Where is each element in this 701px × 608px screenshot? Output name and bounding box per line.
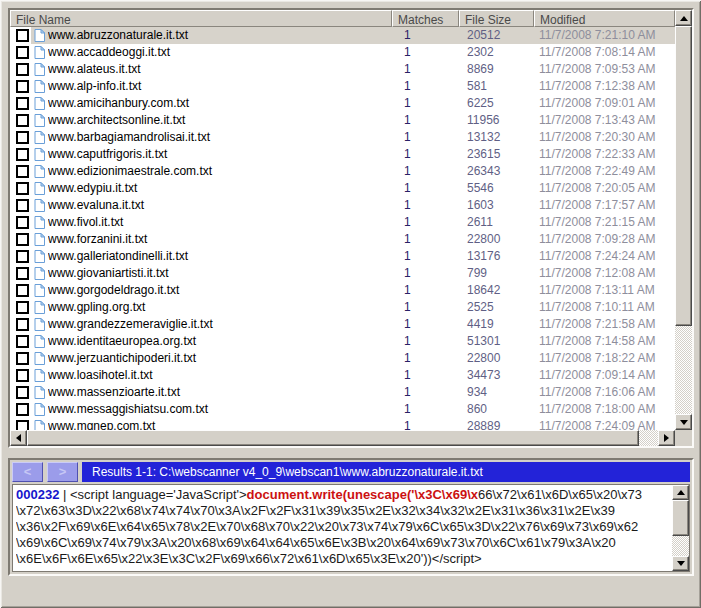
file-name: www.edizionimaestrale.com.txt <box>48 163 392 180</box>
horizontal-scroll-track[interactable] <box>639 430 658 446</box>
row-checkbox[interactable] <box>16 403 29 416</box>
file-size: 23615 <box>459 146 534 163</box>
row-checkbox[interactable] <box>16 267 29 280</box>
table-row[interactable]: www.barbagiamandrolisai.it.txt 1 13132 1… <box>10 129 675 146</box>
table-row[interactable]: www.amicihanbury.com.txt 1 6225 11/7/200… <box>10 95 675 112</box>
row-checkbox[interactable] <box>16 420 29 430</box>
row-checkbox[interactable] <box>16 233 29 246</box>
previous-result-button[interactable]: < <box>12 462 43 482</box>
match-count: 1 <box>392 61 459 78</box>
column-header-modified[interactable]: Modified <box>534 10 675 27</box>
table-row[interactable]: www.galleriatondinelli.it.txt 1 13176 11… <box>10 248 675 265</box>
hex-vertical-scrollbar[interactable] <box>672 485 689 571</box>
document-icon <box>31 384 48 401</box>
row-checkbox[interactable] <box>16 29 29 42</box>
scroll-down-button[interactable] <box>675 414 692 430</box>
table-row[interactable]: www.abruzzonaturale.it.txt 1 20512 11/7/… <box>10 27 675 44</box>
hex-scroll-thumb[interactable] <box>672 500 689 536</box>
file-size: 2302 <box>459 44 534 61</box>
match-count: 1 <box>392 95 459 112</box>
row-checkbox[interactable] <box>16 369 29 382</box>
hex-content: 000232 | <script language='JavaScript'>d… <box>13 485 672 571</box>
table-row[interactable]: www.architectsonline.it.txt 1 11956 11/7… <box>10 112 675 129</box>
hex-scroll-track[interactable] <box>672 536 689 556</box>
table-row[interactable]: www.alp-info.it.txt 1 581 11/7/2008 7:12… <box>10 78 675 95</box>
row-checkbox[interactable] <box>16 114 29 127</box>
table-row[interactable]: www.jerzuantichipoderi.it.txt 1 22800 11… <box>10 350 675 367</box>
row-checkbox[interactable] <box>16 131 29 144</box>
file-name: www.architectsonline.it.txt <box>48 112 392 129</box>
match-count: 1 <box>392 231 459 248</box>
row-checkbox[interactable] <box>16 352 29 365</box>
match-count: 1 <box>392 316 459 333</box>
column-header-file-name[interactable]: File Name <box>10 10 392 27</box>
document-icon <box>31 418 48 430</box>
scroll-right-button[interactable] <box>658 430 675 446</box>
table-row[interactable]: www.loasihotel.it.txt 1 34473 11/7/2008 … <box>10 367 675 384</box>
modified-date: 11/7/2008 7:12:38 AM <box>534 78 675 95</box>
row-checkbox[interactable] <box>16 148 29 161</box>
table-row[interactable]: www.evaluna.it.txt 1 1603 11/7/2008 7:17… <box>10 197 675 214</box>
table-row[interactable]: www.massenzioarte.it.txt 1 934 11/7/2008… <box>10 384 675 401</box>
file-name: www.accaddeoggi.it.txt <box>48 44 392 61</box>
table-row[interactable]: www.alateus.it.txt 1 8869 11/7/2008 7:09… <box>10 61 675 78</box>
row-checkbox[interactable] <box>16 182 29 195</box>
file-name: www.abruzzonaturale.it.txt <box>48 27 392 44</box>
table-row[interactable]: www.mgnep.com.txt 1 28889 11/7/2008 7:24… <box>10 418 675 430</box>
results-bar: < > Results 1-1: C:\webscanner v4_0_9\we… <box>12 462 690 482</box>
match-count: 1 <box>392 282 459 299</box>
table-row[interactable]: www.gpling.org.txt 1 2525 11/7/2008 7:10… <box>10 299 675 316</box>
next-result-button[interactable]: > <box>47 462 78 482</box>
table-row[interactable]: www.edypiu.it.txt 1 5546 11/7/2008 7:20:… <box>10 180 675 197</box>
table-row[interactable]: www.identitaeuropea.org.txt 1 51301 11/7… <box>10 333 675 350</box>
row-checkbox[interactable] <box>16 284 29 297</box>
table-row[interactable]: www.grandezzemeraviglie.it.txt 1 4419 11… <box>10 316 675 333</box>
document-icon <box>31 299 48 316</box>
row-checkbox[interactable] <box>16 301 29 314</box>
table-row[interactable]: www.forzanini.it.txt 1 22800 11/7/2008 7… <box>10 231 675 248</box>
table-row[interactable]: www.gorgodeldrago.it.txt 1 18642 11/7/20… <box>10 282 675 299</box>
table-row[interactable]: www.giovaniartisti.it.txt 1 799 11/7/200… <box>10 265 675 282</box>
modified-date: 11/7/2008 7:10:11 AM <box>534 299 675 316</box>
scroll-left-button[interactable] <box>10 430 27 446</box>
table-row[interactable]: www.edizionimaestrale.com.txt 1 26343 11… <box>10 163 675 180</box>
vertical-scroll-thumb[interactable] <box>675 26 692 326</box>
row-checkbox[interactable] <box>16 46 29 59</box>
column-header-file-size[interactable]: File Size <box>459 10 534 27</box>
document-icon <box>31 333 48 350</box>
table-row[interactable]: www.accaddeoggi.it.txt 1 2302 11/7/2008 … <box>10 44 675 61</box>
file-size: 22800 <box>459 350 534 367</box>
row-checkbox[interactable] <box>16 216 29 229</box>
match-count: 1 <box>392 27 459 44</box>
modified-date: 11/7/2008 7:18:00 AM <box>534 401 675 418</box>
vertical-scrollbar[interactable] <box>675 10 692 430</box>
row-checkbox[interactable] <box>16 386 29 399</box>
scroll-up-button[interactable] <box>675 10 692 26</box>
match-count: 1 <box>392 44 459 61</box>
scroll-up-icon <box>677 490 685 495</box>
row-checkbox[interactable] <box>16 199 29 212</box>
row-checkbox[interactable] <box>16 97 29 110</box>
file-size: 799 <box>459 265 534 282</box>
table-row[interactable]: www.caputfrigoris.it.txt 1 23615 11/7/20… <box>10 146 675 163</box>
row-checkbox[interactable] <box>16 165 29 178</box>
hex-scroll-up-button[interactable] <box>672 485 689 500</box>
horizontal-scrollbar[interactable] <box>10 430 675 446</box>
table-row[interactable]: www.messaggishiatsu.com.txt 1 860 11/7/2… <box>10 401 675 418</box>
hex-line: \x72\x63\x3D\x22\x68\x74\x74\x70\x3A\x2F… <box>16 503 671 519</box>
row-checkbox[interactable] <box>16 63 29 76</box>
column-header-matches[interactable]: Matches <box>392 10 459 27</box>
app-window: File Name Matches File Size Modified www… <box>0 0 701 608</box>
table-row[interactable]: www.fivol.it.txt 1 2611 11/7/2008 7:21:1… <box>10 214 675 231</box>
row-checkbox[interactable] <box>16 250 29 263</box>
scroll-left-icon <box>16 434 21 442</box>
horizontal-scroll-thumb[interactable] <box>27 430 639 446</box>
vertical-scroll-track[interactable] <box>675 326 692 414</box>
hex-viewer[interactable]: 000232 | <script language='JavaScript'>d… <box>12 484 690 572</box>
hex-scroll-down-button[interactable] <box>672 556 689 571</box>
scroll-down-icon <box>680 420 688 425</box>
row-checkbox[interactable] <box>16 318 29 331</box>
row-checkbox[interactable] <box>16 80 29 93</box>
row-checkbox[interactable] <box>16 335 29 348</box>
file-name: www.alateus.it.txt <box>48 61 392 78</box>
